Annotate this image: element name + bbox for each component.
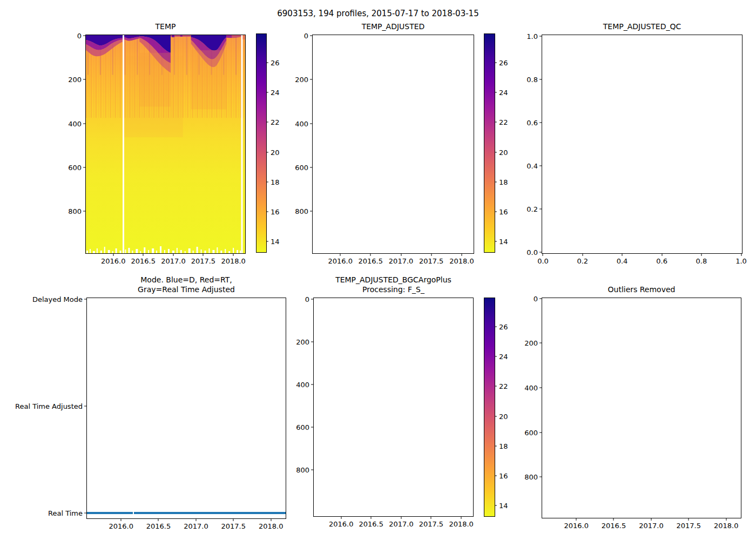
cbar-tick-mark [266, 62, 268, 63]
y-tick-mark [539, 388, 542, 388]
cbar-tick-mark [266, 241, 268, 242]
y-tick-mark [310, 211, 312, 212]
y-tick-label: 400 [295, 119, 308, 127]
cbar-tick-label: 26 [499, 322, 508, 330]
mode-line-gap [133, 512, 134, 514]
subplot-temp-adjusted-qc: TEMP_ADJUSTED_QC 0.00.20.40.60.81.01.00.… [542, 35, 742, 254]
x-tick-label: 2017.5 [191, 257, 216, 265]
cbar-tick-label: 22 [271, 118, 280, 126]
x-tick-label: 2018.0 [221, 257, 246, 265]
x-tick-mark [613, 518, 614, 521]
cbar-tick-label: 24 [499, 353, 508, 361]
figure: 6903153, 194 profiles, 2015-07-17 to 201… [0, 0, 756, 540]
y-tick-mark [539, 252, 542, 253]
x-tick-mark [341, 517, 341, 519]
subplot-temp-title: TEMP [64, 22, 267, 31]
x-tick-mark [203, 254, 204, 256]
x-tick-mark [121, 519, 122, 521]
y-tick-mark [311, 384, 313, 384]
cbar-tick-mark [495, 211, 497, 212]
y-tick-mark [539, 79, 542, 79]
x-tick-label: 0.6 [656, 257, 667, 265]
x-tick-label: 2017.0 [639, 522, 664, 530]
y-tick-label: 0 [534, 295, 538, 303]
x-tick-label: 2016.0 [329, 520, 354, 528]
x-tick-mark [543, 254, 543, 256]
cbar-tick-mark [495, 181, 497, 182]
subplot-temp-adjusted-title: TEMP_ADJUSTED [291, 22, 495, 31]
y-tick-label: 0 [304, 32, 308, 40]
x-tick-mark [662, 254, 662, 256]
y-tick-label: 200 [524, 339, 538, 347]
cbar-tick-label: 22 [499, 382, 508, 390]
y-tick-mark [539, 343, 542, 343]
cbar-tick-label: 22 [499, 118, 508, 126]
x-tick-mark [651, 518, 652, 521]
x-tick-label: 0.4 [617, 257, 628, 265]
x-tick-mark [233, 254, 234, 256]
x-tick-mark [401, 254, 401, 256]
x-tick-mark [401, 517, 401, 519]
y-tick-mark [539, 299, 542, 299]
y-tick-mark [539, 208, 542, 209]
y-tick-mark [310, 123, 312, 124]
y-tick-mark [84, 406, 86, 406]
y-tick-mark [311, 299, 313, 299]
cbar-tick-mark [495, 326, 497, 327]
y-tick-mark [84, 513, 86, 514]
y-tick-mark [83, 211, 85, 212]
x-tick-label: 2017.5 [221, 522, 246, 530]
colorbar-bgc: 26242220181614 [484, 298, 495, 517]
cbar-tick-mark [266, 211, 268, 212]
cbar-tick-label: 24 [499, 89, 508, 97]
subplot-outliers: Outliers Removed 2016.02016.52017.02017.… [542, 298, 741, 518]
x-tick-label: 2016.0 [101, 257, 126, 265]
cbar-tick-mark [266, 122, 268, 123]
x-tick-mark [113, 254, 113, 256]
x-tick-label: 2017.5 [419, 257, 444, 265]
y-tick-label: 200 [295, 76, 308, 84]
y-tick-mark [539, 36, 542, 36]
cbar-tick-label: 14 [271, 238, 280, 246]
subplot-temp-adjusted: TEMP_ADJUSTED 2016.02016.52017.02017.520… [312, 35, 474, 254]
cbar-tick-mark [495, 62, 497, 63]
x-tick-mark [582, 254, 583, 256]
colorbar-temp: 26242220181614 [256, 33, 267, 253]
y-tick-label: 800 [68, 207, 82, 215]
y-tick-label: 0.0 [526, 248, 538, 256]
y-tick-label: 600 [524, 428, 538, 436]
y-tick-label: 400 [296, 380, 309, 388]
cbar-tick-mark [495, 475, 497, 476]
cbar-tick-label: 18 [499, 178, 508, 186]
subplot-mode: Mode. Blue=D, Red=RT, Gray=Real Time Adj… [86, 298, 286, 519]
cbar-tick-label: 24 [271, 89, 280, 97]
x-tick-mark [173, 254, 173, 256]
x-tick-label: 2016.5 [131, 257, 156, 265]
x-tick-mark [158, 519, 159, 521]
x-tick-mark [431, 254, 431, 256]
cbar-tick-mark [495, 241, 497, 242]
y-tick-mark [83, 36, 85, 36]
cbar-tick-label: 14 [499, 502, 508, 510]
x-tick-mark [701, 254, 701, 256]
cbar-tick-label: 16 [499, 471, 508, 480]
x-tick-label: 0.2 [577, 257, 588, 265]
cbar-tick-label: 18 [499, 442, 508, 450]
x-tick-mark [461, 254, 462, 256]
cbar-tick-label: 16 [499, 207, 508, 215]
cbar-tick-label: 20 [271, 148, 280, 156]
y-tick-mark [310, 79, 312, 80]
x-tick-label: 2016.5 [359, 257, 383, 265]
y-tick-mark [539, 432, 542, 433]
x-tick-label: 2017.0 [184, 522, 208, 530]
y-tick-label: Real Time [48, 509, 83, 517]
y-tick-mark [311, 427, 313, 428]
y-tick-mark [311, 470, 313, 470]
subplot-bgc: TEMP_ADJUSTED_BGCArgoPlus Processing: F_… [313, 298, 474, 517]
cbar-tick-mark [495, 386, 497, 387]
y-tick-mark [83, 79, 85, 80]
x-tick-label: 2016.0 [564, 522, 589, 530]
cbar-tick-label: 14 [499, 238, 508, 246]
cbar-tick-mark [495, 356, 497, 357]
y-tick-mark [83, 123, 85, 124]
